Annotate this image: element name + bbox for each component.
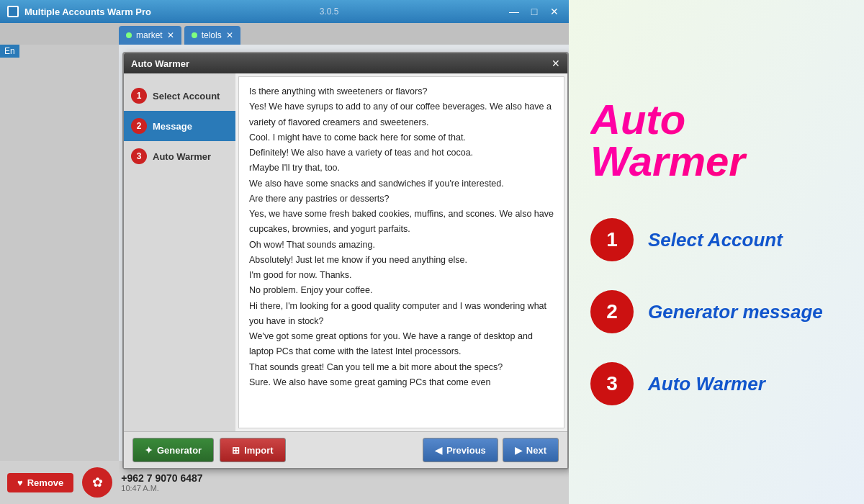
step-2-item[interactable]: 2 Message [124,111,235,141]
import-label: Import [244,445,273,456]
tab-market[interactable]: market ✕ [119,26,181,45]
dialog-title: Auto Warmer [131,58,189,69]
dialog-overlay: Auto Warmer ✕ 1 Select Account 2 [119,45,569,504]
dialog-body: 1 Select Account 2 Message 3 Auto Warmer [124,73,567,431]
remove-label: Remove [27,477,64,488]
right-step-2: 2 Generator message [590,290,823,333]
tab-telols[interactable]: telols ✕ [184,26,240,45]
next-button[interactable]: ▶ Next [503,438,559,462]
tab-telols-close[interactable]: ✕ [226,30,233,40]
title-bar: Multiple Accounts Warm Pro 3.0.5 — □ ✕ [0,0,569,23]
avatar-icon: ✿ [92,474,103,490]
dialog-close-button[interactable]: ✕ [552,58,560,69]
footer-right-buttons: ◀ Previous ▶ Next [423,438,559,462]
minimize-button[interactable]: — [507,4,521,19]
remove-icon: ♥ [17,477,23,488]
step-2-label: Message [153,121,192,132]
sidebar: En [0,45,119,504]
auto-warmer-dialog: Auto Warmer ✕ 1 Select Account 2 [122,52,569,469]
app-icon [7,6,19,17]
message-area[interactable]: Is there anything with sweeteners or fla… [238,76,564,428]
content-area: En IONIC SUPP WhatsApp on you... definit… [0,45,569,504]
step-3-circle: 3 [131,148,147,164]
next-icon: ▶ [515,445,522,456]
right-step-1-label: Select Account [648,229,783,251]
step-3-label: Auto Warmer [153,151,211,162]
right-step-2-label: Generator message [648,301,823,323]
dialog-content: Is there anything with sweeteners or fla… [235,73,567,431]
tab-market-label: market [136,30,163,40]
generator-label: Generator [157,445,202,456]
prev-icon: ◀ [435,445,442,456]
right-step-3-label: Auto Warmer [648,373,765,395]
import-icon: ⊞ [232,445,240,456]
step-2-circle: 2 [131,118,147,134]
step-1-circle: 1 [131,88,147,104]
right-panel-title: Auto Warmer [590,99,842,182]
right-step-1: 1 Select Account [590,218,783,261]
tab-dot-2 [192,32,197,38]
step-1-item[interactable]: 1 Select Account [124,81,235,111]
right-circle-1: 1 [590,218,634,261]
close-button[interactable]: ✕ [547,4,562,19]
dialog-titlebar: Auto Warmer ✕ [124,53,567,73]
svg-rect-0 [9,7,17,16]
next-label: Next [526,445,546,456]
previous-button[interactable]: ◀ Previous [423,438,498,462]
sidebar-en-label: En [0,45,19,58]
app-title: Multiple Accounts Warm Pro [24,6,151,17]
tab-dot [126,32,132,38]
avatar: ✿ [82,467,112,498]
generator-icon: ✦ [145,445,153,456]
right-step-3: 3 Auto Warmer [590,362,765,405]
tab-market-close[interactable]: ✕ [167,30,174,40]
main-app-area: Multiple Accounts Warm Pro 3.0.5 — □ ✕ m… [0,0,569,504]
tab-telols-label: telols [202,30,222,40]
right-circle-3: 3 [590,362,634,405]
dialog-steps: 1 Select Account 2 Message 3 Auto Warmer [124,73,235,431]
footer-left-buttons: ✦ Generator ⊞ Import [132,438,286,462]
step-3-item[interactable]: 3 Auto Warmer [124,141,235,171]
right-panel: Auto Warmer 1 Select Account 2 Generator… [569,0,864,504]
import-button[interactable]: ⊞ Import [220,438,285,462]
step-1-label: Select Account [153,91,220,102]
generator-button[interactable]: ✦ Generator [132,438,214,462]
app-version: 3.0.5 [320,6,339,17]
tab-bar: market ✕ telols ✕ [0,23,569,45]
dialog-footer: ✦ Generator ⊞ Import ◀ Previous [124,431,567,468]
window-controls: — □ ✕ [507,4,562,19]
right-circle-2: 2 [590,290,634,333]
prev-label: Previous [446,445,486,456]
remove-button[interactable]: ♥ Remove [7,473,73,492]
maximize-button[interactable]: □ [527,4,541,19]
chat-area: IONIC SUPP WhatsApp on you... definitely… [119,45,569,504]
